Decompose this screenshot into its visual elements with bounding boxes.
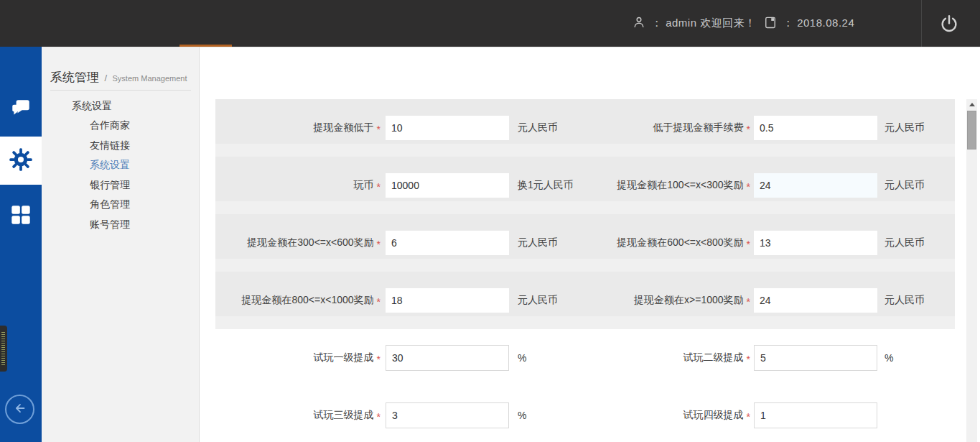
menu-item-friend-links[interactable]: 友情链接 bbox=[42, 136, 200, 156]
required-asterisk: * bbox=[747, 236, 750, 250]
field-input-reward-600-800[interactable] bbox=[754, 231, 877, 255]
menu-item-account-management[interactable]: 账号管理 bbox=[42, 215, 200, 235]
field-label: 提现金额低于 * bbox=[215, 99, 381, 157]
arrow-left-icon bbox=[12, 400, 28, 419]
menu-items: 系统设置 合作商家 友情链接 系统设置 银行管理 角色管理 账号管理 bbox=[42, 96, 200, 235]
field-input-reward-300-600[interactable] bbox=[386, 231, 509, 255]
grid-icon bbox=[10, 204, 32, 229]
panel-drag-handle[interactable] bbox=[0, 326, 7, 372]
triangle-up-icon bbox=[969, 103, 975, 106]
form-row: 提现金额在300<=x<600奖励 * 元人民币 提现金额在600<=x<800… bbox=[215, 214, 955, 272]
form-row: 提现金额低于 * 元人民币 低于提现金额手续费 * 元人民币 bbox=[215, 99, 955, 157]
required-asterisk: * bbox=[747, 121, 750, 135]
chat-icon bbox=[9, 97, 33, 123]
menu-title-separator: / bbox=[104, 73, 107, 83]
field-input-trial-level3-commission[interactable] bbox=[386, 402, 509, 428]
calendar-icon bbox=[763, 14, 778, 32]
required-asterisk: * bbox=[377, 179, 381, 193]
field-input-trial-level1-commission[interactable] bbox=[386, 345, 509, 371]
field-input-reward-1000-plus[interactable] bbox=[754, 288, 877, 313]
field-input-trial-level2-commission[interactable] bbox=[754, 345, 877, 371]
menu-title-zh: 系统管理 bbox=[50, 70, 99, 84]
field-suffix: 元人民币 bbox=[885, 157, 925, 214]
icon-rail bbox=[0, 47, 42, 442]
required-asterisk: * bbox=[747, 409, 750, 423]
field-input-reward-100-300[interactable] bbox=[754, 173, 877, 198]
field-label: 试玩四级提成 * bbox=[509, 387, 750, 442]
user-greeting: ： admin 欢迎回来！ bbox=[651, 17, 756, 30]
field-label: 试玩三级提成 * bbox=[215, 387, 381, 442]
required-asterisk: * bbox=[377, 409, 381, 423]
logged-in-user: ： admin 欢迎回来！ bbox=[632, 0, 756, 47]
form-row: 试玩一级提成 * % 试玩二级提成 * % bbox=[215, 329, 955, 387]
field-label: 提现金额在300<=x<600奖励 * bbox=[215, 214, 381, 272]
main-content: 提现金额低于 * 元人民币 低于提现金额手续费 * 元人民币 玩币 * bbox=[200, 47, 980, 442]
field-label: 提现金额在600<=x<800奖励 * bbox=[509, 214, 750, 272]
rail-item-messages[interactable] bbox=[0, 87, 42, 133]
field-input-reward-800-1000[interactable] bbox=[386, 288, 509, 313]
menu-item-role-management[interactable]: 角色管理 bbox=[42, 195, 200, 216]
required-asterisk: * bbox=[377, 351, 381, 365]
field-input-play-coin[interactable] bbox=[386, 173, 509, 198]
date-text: ： 2018.08.24 bbox=[783, 17, 854, 30]
secondary-menu-panel: 系统管理 / System Management 系统设置 合作商家 友情链接 … bbox=[42, 47, 200, 442]
field-label: 提现金额在100<=x<300奖励 * bbox=[509, 157, 750, 214]
required-asterisk: * bbox=[377, 236, 381, 250]
menu-item-system-settings-active[interactable]: 系统设置 bbox=[42, 156, 200, 176]
rail-item-apps[interactable] bbox=[0, 193, 42, 239]
field-suffix: 元人民币 bbox=[885, 214, 925, 272]
app-window: ： admin 欢迎回来！ ： 2018.08.24 bbox=[0, 0, 980, 442]
field-label: 低于提现金额手续费 * bbox=[509, 99, 750, 157]
header-divider bbox=[921, 0, 922, 47]
scrollbar-thumb[interactable] bbox=[967, 111, 976, 149]
required-asterisk: * bbox=[377, 121, 381, 135]
vertical-scrollbar[interactable] bbox=[966, 99, 977, 442]
field-label: 提现金额在x>=1000奖励 * bbox=[509, 272, 750, 329]
form-row: 玩币 * 换1元人民币 提现金额在100<=x<300奖励 * 元人民币 bbox=[215, 157, 955, 214]
required-asterisk: * bbox=[377, 294, 381, 308]
collapse-back-button[interactable] bbox=[5, 395, 34, 424]
field-input-low-withdraw-fee[interactable] bbox=[754, 116, 877, 140]
menu-divider bbox=[50, 90, 191, 91]
gear-icon bbox=[8, 147, 34, 175]
form-row: 提现金额在800<=x<1000奖励 * 元人民币 提现金额在x>=1000奖励… bbox=[215, 272, 955, 329]
field-label: 玩币 * bbox=[215, 157, 381, 214]
required-asterisk: * bbox=[747, 179, 750, 193]
field-label: 提现金额在800<=x<1000奖励 * bbox=[215, 272, 381, 329]
menu-item-bank-management[interactable]: 银行管理 bbox=[42, 175, 200, 195]
menu-item-partner-merchants[interactable]: 合作商家 bbox=[42, 116, 200, 137]
field-label: 试玩一级提成 * bbox=[215, 329, 381, 387]
top-bar: ： admin 欢迎回来！ ： 2018.08.24 bbox=[0, 0, 980, 47]
scrollbar-up-arrow[interactable] bbox=[966, 99, 977, 110]
person-icon bbox=[632, 14, 646, 32]
required-asterisk: * bbox=[747, 351, 750, 365]
field-suffix: 元人民币 bbox=[885, 272, 925, 329]
field-input-withdraw-min[interactable] bbox=[386, 116, 509, 140]
form-row: 试玩三级提成 * % 试玩四级提成 * bbox=[215, 387, 955, 442]
current-date: ： 2018.08.24 bbox=[763, 0, 854, 47]
rail-item-settings[interactable] bbox=[0, 137, 42, 185]
menu-title: 系统管理 / System Management bbox=[50, 69, 191, 86]
field-suffix: 元人民币 bbox=[885, 99, 925, 157]
field-suffix: % bbox=[885, 329, 893, 387]
required-asterisk: * bbox=[747, 294, 750, 308]
menu-item-system-settings-parent[interactable]: 系统设置 bbox=[42, 96, 200, 116]
field-input-trial-level4-commission[interactable] bbox=[754, 402, 877, 428]
field-label: 试玩二级提成 * bbox=[509, 329, 750, 387]
settings-form: 提现金额低于 * 元人民币 低于提现金额手续费 * 元人民币 玩币 * bbox=[215, 99, 955, 442]
menu-title-en: System Management bbox=[113, 74, 187, 83]
logout-power-button[interactable] bbox=[932, 7, 966, 40]
